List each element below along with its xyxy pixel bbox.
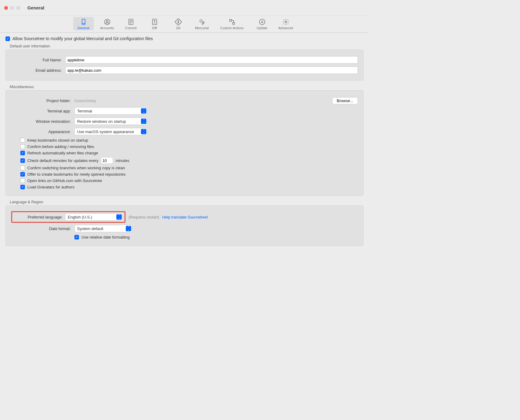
svg-point-14 xyxy=(178,22,179,23)
commit-icon xyxy=(127,18,135,26)
keep-bookmarks-checkbox[interactable] xyxy=(20,138,25,143)
svg-rect-0 xyxy=(82,19,85,25)
chevron-updown-icon: ⌃⌄ xyxy=(143,108,145,114)
svg-rect-20 xyxy=(233,22,234,24)
tab-label: Diff xyxy=(152,26,157,30)
group-heading-misc: Miscellaneous xyxy=(10,85,364,89)
tab-update[interactable]: Update xyxy=(252,17,272,30)
load-gravatar-label: Load Gravatars for authors xyxy=(27,185,74,189)
browse-button[interactable]: Browse... xyxy=(332,97,358,104)
help-translate-link[interactable]: Help translate Sourcetree! xyxy=(162,215,208,219)
project-folder-label: Project folder: xyxy=(11,98,72,103)
open-github-checkbox[interactable] xyxy=(20,178,25,183)
full-name-input[interactable] xyxy=(65,56,358,64)
group-user-info: Full Name: Email address: xyxy=(5,50,364,81)
diff-icon xyxy=(151,18,158,26)
window-title: General xyxy=(27,5,44,10)
allow-modify-checkbox[interactable] xyxy=(5,36,10,41)
pref-lang-value: English (U.S.) xyxy=(68,215,92,219)
tab-git[interactable]: Git xyxy=(168,17,189,30)
svg-point-18 xyxy=(202,24,203,25)
pref-lang-select[interactable]: English (U.S.) ⌃⌄ xyxy=(65,213,123,221)
date-format-select[interactable]: System default ⌃⌄ xyxy=(74,225,132,232)
tab-general[interactable]: General xyxy=(73,17,94,30)
tab-label: Advanced xyxy=(278,26,293,30)
chevron-updown-icon: ⌃⌄ xyxy=(118,214,121,220)
minimize-window-button[interactable] xyxy=(10,6,14,10)
terminal-value: Terminal xyxy=(77,109,92,113)
window-restore-label: Window restoration: xyxy=(11,119,72,124)
prefs-toolbar: General Accounts Commit Diff Git Mercuri… xyxy=(0,16,369,33)
group-misc: Project folder: /Users/misty Browse... T… xyxy=(5,90,364,196)
email-label: Email address: xyxy=(11,68,63,73)
relative-date-checkbox[interactable] xyxy=(74,235,79,239)
terminal-label: Terminal app: xyxy=(11,109,72,113)
load-gravatar-checkbox[interactable] xyxy=(20,185,25,189)
chevron-updown-icon: ⌃⌄ xyxy=(143,129,145,134)
refresh-auto-label: Refresh automatically when files change xyxy=(27,151,98,155)
confirm-switch-checkbox[interactable] xyxy=(20,166,25,170)
check-remotes-checkbox[interactable] xyxy=(20,158,25,163)
preferred-language-highlight: Preferred language: English (U.S.) ⌃⌄ xyxy=(11,211,125,223)
tab-custom-actions[interactable]: Custom Actions xyxy=(215,17,249,30)
appearance-label: Appearance: xyxy=(11,129,72,134)
tab-label: Git xyxy=(176,26,180,30)
tab-commit[interactable]: Commit xyxy=(121,17,141,30)
check-remotes-pre-label: Check default remotes for updates every xyxy=(27,158,98,163)
svg-rect-19 xyxy=(230,19,231,21)
offer-bookmarks-label: Offer to create bookmarks for newly open… xyxy=(27,172,125,177)
offer-bookmarks-checkbox[interactable] xyxy=(20,172,25,177)
confirm-switch-label: Confirm switching branches when working … xyxy=(27,166,125,170)
terminal-select[interactable]: Terminal ⌃⌄ xyxy=(74,107,147,115)
tab-label: Custom Actions xyxy=(220,26,243,30)
tab-label: General xyxy=(77,26,89,30)
tab-label: Update xyxy=(257,26,267,30)
gear-icon xyxy=(282,18,289,26)
check-remotes-post-label: minutes xyxy=(115,158,129,163)
window-restore-value: Restore windows on startup xyxy=(77,119,126,124)
accounts-icon xyxy=(104,18,111,26)
maximize-window-button[interactable] xyxy=(16,6,20,10)
refresh-auto-checkbox[interactable] xyxy=(20,151,25,155)
appearance-select[interactable]: Use macOS system appearance ⌃⌄ xyxy=(74,128,147,135)
group-lang: Preferred language: English (U.S.) ⌃⌄ (R… xyxy=(5,205,364,246)
chevron-updown-icon: ⌃⌄ xyxy=(128,226,130,231)
chevron-updown-icon: ⌃⌄ xyxy=(143,119,145,124)
group-heading-lang: Language & Region xyxy=(10,200,364,204)
svg-point-16 xyxy=(200,20,202,22)
pref-lang-label: Preferred language: xyxy=(14,215,63,219)
svg-point-25 xyxy=(285,21,287,23)
tab-mercurial[interactable]: Mercurial xyxy=(192,17,212,30)
mercurial-icon xyxy=(198,18,206,26)
date-format-value: System default xyxy=(77,226,103,231)
confirm-addremove-checkbox[interactable] xyxy=(20,144,25,149)
tab-label: Accounts xyxy=(100,26,114,30)
traffic-lights xyxy=(4,6,20,10)
email-input[interactable] xyxy=(65,67,358,74)
tab-accounts[interactable]: Accounts xyxy=(97,17,118,30)
update-icon xyxy=(258,18,266,26)
relative-date-label: Use relative date formatting xyxy=(81,235,130,239)
titlebar: General xyxy=(0,0,369,16)
tab-label: Commit xyxy=(125,26,137,30)
git-icon xyxy=(175,18,182,26)
full-name-label: Full Name: xyxy=(11,58,63,62)
check-remotes-interval-input[interactable] xyxy=(101,157,113,164)
svg-point-13 xyxy=(178,21,179,22)
keep-bookmarks-label: Keep bookmarks closed on startup xyxy=(27,138,88,143)
close-window-button[interactable] xyxy=(4,6,8,10)
appearance-value: Use macOS system appearance xyxy=(77,129,134,134)
general-icon xyxy=(80,18,87,26)
open-github-label: Open links on GitHub.com with Sourcetree xyxy=(27,178,102,183)
tab-diff[interactable]: Diff xyxy=(144,17,165,30)
allow-modify-label: Allow Sourcetree to modify your global M… xyxy=(12,36,153,41)
custom-actions-icon xyxy=(228,18,236,26)
tab-advanced[interactable]: Advanced xyxy=(275,17,296,30)
confirm-addremove-label: Confirm before adding / removing files xyxy=(27,144,94,149)
window-restore-select[interactable]: Restore windows on startup ⌃⌄ xyxy=(74,118,147,125)
tab-label: Mercurial xyxy=(195,26,209,30)
svg-point-17 xyxy=(203,22,204,23)
svg-point-3 xyxy=(106,20,108,22)
date-format-label: Date format: xyxy=(11,226,72,231)
requires-restart-label: (Requires restart) xyxy=(128,215,159,219)
